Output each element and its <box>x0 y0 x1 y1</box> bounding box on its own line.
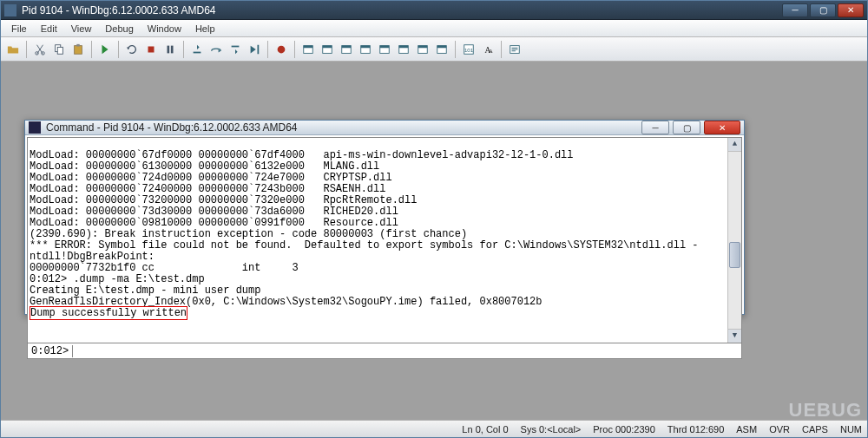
paste-icon[interactable] <box>69 41 87 58</box>
disasm-window-icon[interactable] <box>414 41 431 58</box>
main-window: Pid 9104 - WinDbg:6.12.0002.633 AMD64 ─ … <box>0 0 868 438</box>
watch-window-icon[interactable] <box>319 41 336 58</box>
step-into-icon[interactable] <box>188 41 206 58</box>
menu-bar: File Edit View Debug Window Help <box>1 20 867 37</box>
font-icon[interactable]: AA <box>479 41 496 58</box>
separator <box>183 41 184 58</box>
svg-rect-24 <box>399 45 409 48</box>
output-line: ModLoad: 00000000`73d30000 00000000`73da… <box>30 206 398 218</box>
separator <box>26 41 27 58</box>
scratch-window-icon[interactable] <box>433 41 450 58</box>
separator <box>455 41 456 58</box>
menu-debug[interactable]: Debug <box>98 22 140 36</box>
menu-file[interactable]: File <box>4 22 34 36</box>
stop-icon[interactable] <box>142 41 160 58</box>
break-icon[interactable] <box>161 41 179 58</box>
open-icon[interactable] <box>4 41 22 58</box>
separator <box>294 41 295 58</box>
menu-help[interactable]: Help <box>188 22 222 36</box>
separator <box>118 41 119 58</box>
status-ovr: OVR <box>769 424 790 435</box>
svg-rect-28 <box>437 45 447 48</box>
child-minimize-button[interactable]: ─ <box>641 121 669 134</box>
output-line: ModLoad: 00000000`61300000 00000000`6132… <box>30 160 379 173</box>
scroll-down-icon[interactable]: ▼ <box>728 329 741 343</box>
memory-window-icon[interactable] <box>376 41 393 58</box>
status-proc: Proc 000:2390 <box>593 424 655 435</box>
child-close-button[interactable]: ✕ <box>704 121 740 134</box>
command-window-icon <box>29 121 41 134</box>
locals-window-icon[interactable] <box>338 41 355 58</box>
main-titlebar[interactable]: Pid 9104 - WinDbg:6.12.0002.633 AMD64 ─ … <box>1 1 867 20</box>
output-line: ModLoad: 00000000`09810000 00000000`0991… <box>30 217 398 229</box>
menu-window[interactable]: Window <box>141 22 188 36</box>
cut-icon[interactable] <box>31 41 49 58</box>
output-line: (2390.690): Break instruction exception … <box>30 228 467 240</box>
child-maximize-button[interactable]: ▢ <box>673 121 700 134</box>
svg-rect-7 <box>168 45 170 53</box>
minimize-button[interactable]: ─ <box>782 3 808 17</box>
svg-rect-9 <box>194 51 201 53</box>
status-lncol: Ln 0, Col 0 <box>462 424 508 435</box>
output-line: Creating E:\test.dmp - mini user dump <box>30 284 260 297</box>
step-out-icon[interactable] <box>227 41 244 58</box>
separator <box>91 41 92 58</box>
output-highlighted-line: Dump successfully written <box>30 306 187 320</box>
breakpoint-icon[interactable] <box>273 41 290 58</box>
run-to-cursor-icon[interactable] <box>246 41 263 58</box>
svg-rect-20 <box>361 45 371 48</box>
menu-edit[interactable]: Edit <box>34 22 64 36</box>
output-line: 00000000`7732b1f0 cc int 3 <box>30 262 299 274</box>
command-window-icon[interactable] <box>299 41 317 58</box>
svg-point-12 <box>278 45 286 53</box>
command-input[interactable] <box>73 343 741 358</box>
options-icon[interactable] <box>506 41 523 58</box>
restart-icon[interactable] <box>123 41 141 58</box>
app-icon <box>4 4 16 16</box>
output-line: ModLoad: 00000000`724d0000 00000000`724e… <box>30 172 392 184</box>
command-window: Command - Pid 9104 - WinDbg:6.12.0002.63… <box>24 120 745 315</box>
svg-point-0 <box>36 51 39 55</box>
mdi-workspace: Command - Pid 9104 - WinDbg:6.12.0002.63… <box>1 62 867 420</box>
command-titlebar[interactable]: Command - Pid 9104 - WinDbg:6.12.0002.63… <box>25 121 744 135</box>
registers-window-icon[interactable] <box>357 41 374 58</box>
maximize-button[interactable]: ▢ <box>810 3 836 17</box>
status-bar: Ln 0, Col 0 Sys 0:<Local> Proc 000:2390 … <box>1 420 867 437</box>
vertical-scrollbar[interactable]: ▲ ▼ <box>727 138 741 343</box>
scroll-thumb[interactable] <box>729 242 740 268</box>
status-num: NUM <box>840 424 862 435</box>
go-icon[interactable] <box>96 41 114 58</box>
output-line: ntdll!DbgBreakPoint: <box>30 251 155 263</box>
svg-text:A: A <box>489 49 493 54</box>
status-caps: CAPS <box>802 424 828 435</box>
main-title: Pid 9104 - WinDbg:6.12.0002.633 AMD64 <box>22 4 782 16</box>
separator <box>501 41 502 58</box>
step-over-icon[interactable] <box>207 41 225 58</box>
svg-rect-4 <box>75 45 82 54</box>
output-line: ModLoad: 00000000`67df0000 00000000`67df… <box>30 149 574 161</box>
close-button[interactable]: ✕ <box>838 3 864 17</box>
scroll-up-icon[interactable]: ▲ <box>728 138 741 152</box>
command-prompt: 0:012> <box>28 345 73 357</box>
toolbar: 101 AA <box>1 37 867 62</box>
menu-view[interactable]: View <box>64 22 99 36</box>
svg-rect-18 <box>342 45 352 48</box>
status-thrd: Thrd 012:690 <box>667 424 724 435</box>
svg-rect-22 <box>380 45 390 48</box>
svg-rect-3 <box>57 47 62 54</box>
svg-rect-11 <box>258 44 260 54</box>
source-mode-icon[interactable]: 101 <box>460 41 477 58</box>
separator <box>267 41 268 58</box>
svg-rect-26 <box>418 45 428 48</box>
output-line: ModLoad: 00000000`73200000 00000000`7320… <box>30 194 417 206</box>
status-sys: Sys 0:<Local> <box>521 424 582 435</box>
svg-rect-16 <box>323 45 332 48</box>
command-title: Command - Pid 9104 - WinDbg:6.12.0002.63… <box>46 121 641 134</box>
output-line: ModLoad: 00000000`72400000 00000000`7243… <box>30 183 385 195</box>
command-output[interactable]: ModLoad: 00000000`67df0000 00000000`67df… <box>28 138 741 343</box>
callstack-window-icon[interactable] <box>395 41 412 58</box>
copy-icon[interactable] <box>50 41 68 58</box>
svg-text:101: 101 <box>464 46 474 52</box>
command-body: ModLoad: 00000000`67df0000 00000000`67df… <box>27 137 742 359</box>
output-line: *** ERROR: Symbol file could not be foun… <box>30 239 705 252</box>
